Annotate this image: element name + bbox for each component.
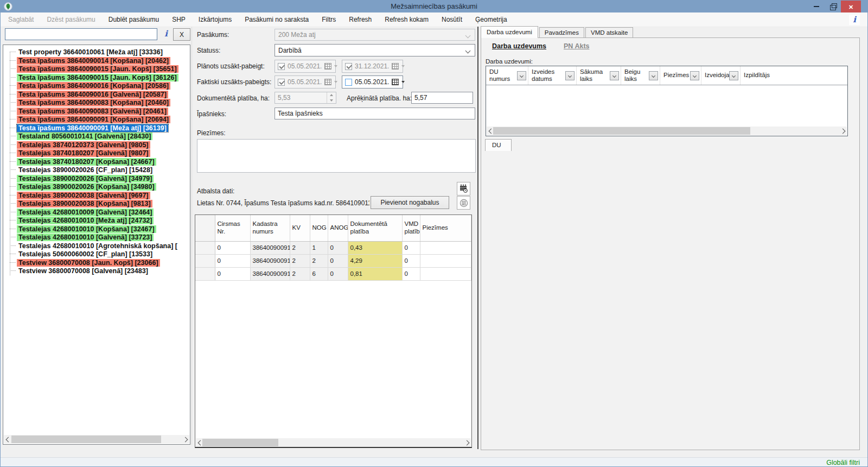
tree-item[interactable]: Testalejas 38900020026 [Galvenā] [34979] (4, 174, 189, 182)
menu-item-filtrs[interactable]: Filtrs (315, 14, 342, 26)
tree-item[interactable]: Testalejas 38900020038 [Galvenā] [9697] (4, 191, 189, 199)
dok-platiba-spinner[interactable]: 5,53 (275, 92, 336, 104)
tree-item[interactable]: Testa īpašums 38640090091 [Kopšana] [206… (4, 115, 189, 123)
du-horizontal-scrollbar[interactable] (487, 127, 847, 135)
grid-cell[interactable] (420, 267, 471, 280)
grid-cell[interactable]: 38640090091 (250, 241, 290, 254)
faktiski-to-datepicker[interactable]: 05.05.2021. (342, 75, 403, 89)
restore-button[interactable] (825, 1, 841, 12)
du-filter-button[interactable] (690, 71, 699, 80)
tree-item[interactable]: Testaland 80560010141 [Galvenā] [28430] (4, 131, 189, 140)
tree-item[interactable]: Testalejas 50600060002 [CF_plan] [13533] (4, 249, 189, 258)
grid-cell[interactable]: 2 (310, 254, 328, 267)
grid-cell[interactable]: 1 (310, 241, 328, 254)
ipasnieks-field[interactable]: Testa īpašnieks (275, 108, 475, 119)
tree-item[interactable]: Testalejas 42680010010 [Kopšana] [32467] (4, 224, 189, 233)
grid-cell[interactable]: 0 (328, 267, 348, 280)
aprek-platiba-field[interactable]: 5,57 (411, 92, 473, 104)
tree-item[interactable]: Testalejas 38740120373 [Galvenā] [9805] (4, 140, 189, 149)
checkbox-unchecked[interactable] (345, 79, 352, 86)
spin-down-button[interactable] (327, 98, 336, 103)
scroll-right-arrow-icon[interactable] (462, 438, 471, 447)
search-info-button[interactable]: i (162, 29, 170, 39)
statuss-combo[interactable]: Darbībā (275, 44, 475, 56)
pasakums-combo[interactable]: 200 Meža atj (275, 29, 475, 41)
menu-item-saglabat[interactable]: Saglabāt (2, 14, 40, 26)
menu-item-izkartojums[interactable]: Izkārtojums (192, 14, 238, 26)
menu-item-geometrija[interactable]: Ģeometrija (469, 14, 514, 26)
grid-cell[interactable]: 2 (290, 254, 310, 267)
grid-cell[interactable] (195, 254, 215, 267)
grid-cell[interactable]: 2 (290, 241, 310, 254)
tree-item[interactable]: Testa īpašums 38640090016 [Galvenā] [205… (4, 90, 189, 98)
grid-cell[interactable]: 0 (402, 241, 420, 254)
pn-akts-link[interactable]: PN Akts (564, 42, 589, 50)
tree-item[interactable]: Testa īpašums 38640090015 [Jaun. Kopš] [… (4, 73, 189, 81)
panel-splitter[interactable] (192, 27, 192, 445)
faktiski-from-datepicker[interactable]: 05.05.2021. (275, 75, 336, 89)
clear-search-button[interactable]: X (173, 28, 190, 41)
grid-cell[interactable] (420, 241, 471, 254)
grid-cell[interactable]: 0 (215, 267, 250, 280)
menu-item-nosutit[interactable]: Nosūtīt (435, 14, 469, 26)
menu-item-dublet-pasakumu[interactable]: Dublēt pasākumu (102, 14, 165, 26)
pievienot-nogabalus-button[interactable]: Pievienot nogabalus (371, 196, 449, 209)
du-filter-button[interactable] (729, 71, 738, 80)
tab-pavadzimes[interactable]: Pavadzīmes (539, 27, 584, 38)
close-button[interactable] (841, 1, 861, 12)
grid-cell[interactable]: 0 (328, 254, 348, 267)
checkbox-checked[interactable] (345, 63, 352, 70)
support-report-button[interactable] (457, 196, 470, 210)
grid-cell[interactable] (195, 241, 215, 254)
tree-item[interactable]: Testview 36800070008 [Jaun. Kopš] [23066… (4, 258, 189, 267)
grid-cell[interactable] (195, 267, 215, 280)
menu-item-refresh-kokam[interactable]: Refresh kokam (378, 14, 435, 26)
tree-item[interactable]: Testalejas 38740180207 [Kopšana] [24667] (4, 157, 189, 166)
grid-cell[interactable]: 38640090091 (250, 267, 290, 280)
grid-cell[interactable]: 0 (215, 254, 250, 267)
tree-item[interactable]: Testalejas 38900020026 [CF_plan] [15428] (4, 165, 189, 174)
menu-item-refresh[interactable]: Refresh (342, 14, 378, 26)
scrollbar-thumb[interactable] (202, 439, 278, 446)
piezimes-textarea[interactable] (197, 139, 476, 173)
tree-item[interactable]: Testview 36800070008 [Galvenā] [23483] (4, 266, 189, 275)
tree-item[interactable]: Testalejas 38900020038 [Kopšana] [9813] (4, 199, 189, 207)
tree-horizontal-scrollbar[interactable] (4, 435, 189, 444)
grid-cell[interactable] (420, 254, 471, 267)
globali-filtri-link[interactable]: Globāli filtri (826, 459, 860, 466)
grid-horizontal-scrollbar[interactable] (196, 438, 471, 447)
checkbox-checked[interactable] (278, 63, 285, 70)
menu-item-shp[interactable]: SHP (165, 14, 192, 26)
tree-item[interactable]: Testa īpašums 38640090083 [Galvenā] [204… (4, 106, 189, 115)
tree-item[interactable]: Testa īpašums 38640090015 [Jaun. Kopš] [… (4, 64, 189, 73)
tree-item[interactable]: Testa īpašums 38640090014 [Kopšana] [204… (4, 56, 189, 65)
grid-cell[interactable]: 38640090091 (250, 254, 290, 267)
grid-cell[interactable]: 2 (290, 267, 310, 280)
tree-item[interactable]: Testa īpašums 38640090016 [Kopšana] [205… (4, 81, 189, 90)
tab-darba-uzdevumi[interactable]: Darba uzdevumi (481, 26, 538, 38)
tree-item[interactable]: Testalejas 42680010010 [Galvenā] [33723] (4, 232, 189, 241)
tree-item[interactable]: Testalejas 42680010010 [Agrotehniskā kop… (4, 241, 189, 250)
support-schedule-button[interactable] (457, 182, 470, 195)
tree-item[interactable]: Testalejas 42680010009 [Galvenā] [32464] (4, 207, 189, 216)
du-filter-button[interactable] (517, 71, 526, 80)
tree-item[interactable]: Testalejas 42680010010 [Meža atj] [24732… (4, 216, 189, 224)
scrollbar-thumb[interactable] (493, 127, 750, 135)
menu-item-dzest-pasakumu[interactable]: Dzēst pasākumu (40, 14, 101, 26)
checkbox-checked[interactable] (278, 79, 285, 86)
menu-info-button[interactable]: i (849, 15, 860, 25)
minimize-button[interactable] (808, 1, 825, 12)
grid-cell[interactable]: 0 (215, 241, 250, 254)
spin-up-button[interactable] (327, 92, 336, 98)
subtab-du[interactable]: DU (485, 139, 512, 151)
grid-cell[interactable]: 0,81 (348, 267, 402, 280)
scrollbar-thumb[interactable] (11, 436, 161, 443)
grid-cell[interactable]: 0 (402, 254, 420, 267)
planots-to-datepicker[interactable]: 31.12.2021. (342, 60, 403, 73)
grid-cell[interactable]: 6 (310, 267, 328, 280)
du-filter-button[interactable] (610, 71, 619, 80)
tab-vmd-atskaite[interactable]: VMD atskaite (585, 27, 633, 38)
tree-item[interactable]: Test property 36640010061 [Meža atj] [33… (4, 47, 189, 56)
du-filter-button[interactable] (649, 71, 658, 80)
tree-item[interactable]: Testa īpašums 38640090083 [Kopšana] [204… (4, 98, 189, 106)
